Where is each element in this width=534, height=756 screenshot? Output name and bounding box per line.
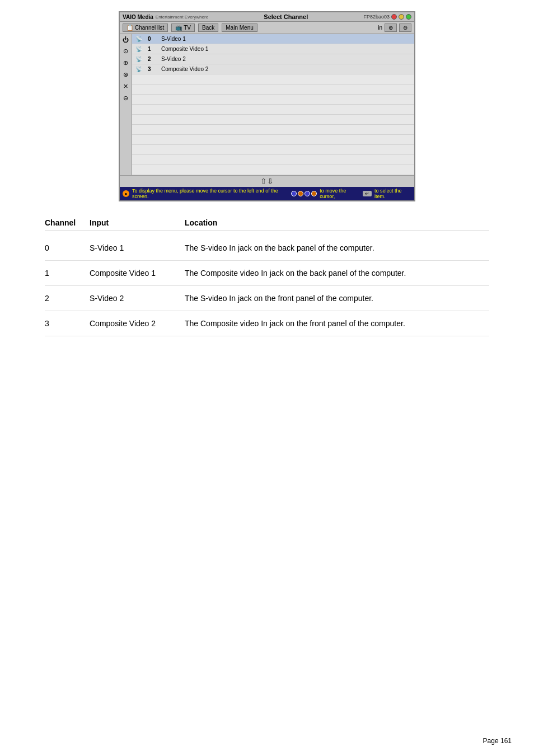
header-channel: Channel [45, 218, 90, 227]
tv-icon: 📺 [175, 25, 182, 31]
zoom-in-button[interactable]: ⊕ [385, 24, 397, 32]
close-btn-red[interactable] [391, 14, 397, 20]
ctrl-btn-orange2 [311, 191, 317, 196]
cell-channel-3: 3 [45, 319, 90, 328]
channel-name-1: Composite Video 1 [161, 46, 208, 52]
sidebar-icon-minus: ⊖ [123, 95, 128, 102]
header-input: Input [90, 218, 185, 227]
fp-label: FP82bao03 [363, 14, 390, 20]
main-menu-button[interactable]: Main Menu [222, 24, 257, 32]
back-label: Back [202, 25, 214, 31]
channel-empty-3 [132, 95, 414, 105]
tv-icon-button[interactable]: 📺 TV [171, 24, 195, 32]
cell-location-2: The S-video In jack on the front panel o… [185, 294, 489, 303]
tv-title-bar: VAIO Media Entertainment Everywhere Sele… [120, 12, 414, 22]
channel-list-label: Channel list [135, 25, 164, 31]
toolbar-controls: in ⊕ ⊖ [378, 24, 411, 32]
tv-toolbar: 📋 Channel list 📺 TV Back Main Menu in ⊕ … [120, 22, 414, 34]
cell-channel-2: 2 [45, 294, 90, 303]
minimize-btn-yellow[interactable] [399, 14, 404, 20]
channel-empty-10 [132, 165, 414, 175]
page-number: Page 161 [483, 737, 512, 745]
header-location: Location [185, 218, 489, 227]
channel-num-2: 2 [148, 56, 158, 62]
ctrl-btn-blue [291, 191, 297, 196]
table-section: Channel Input Location 0 S-Video 1 The S… [45, 218, 489, 336]
ctrl-btn-blue2 [305, 191, 310, 196]
tv-ui-box: VAIO Media Entertainment Everywhere Sele… [119, 11, 415, 201]
channel-icon-3: 📡 [135, 66, 144, 72]
channel-list-button[interactable]: 📋 Channel list [123, 24, 168, 32]
main-menu-label: Main Menu [226, 25, 253, 31]
vaio-subtitle: Entertainment Everywhere [156, 15, 208, 20]
channel-row-2[interactable]: 📡 2 S-Video 2 [132, 54, 414, 64]
sidebar-icon-remove: ⊗ [123, 71, 128, 78]
channel-name-0: S-Video 1 [161, 36, 186, 42]
channel-name-3: Composite Video 2 [161, 66, 208, 72]
tv-title-right: FP82bao03 [363, 14, 411, 20]
tv-title-left: VAIO Media Entertainment Everywhere [123, 14, 208, 20]
maximize-btn-green[interactable] [406, 14, 411, 20]
tv-status-bar: ● To display the menu, please move the c… [120, 187, 414, 200]
controller-icons [291, 191, 317, 196]
channel-empty-9 [132, 155, 414, 165]
sidebar-icon-power: ⏻ [123, 36, 129, 43]
tv-main-area: ⏻ ⊙ ⊕ ⊗ ✕ ⊖ 📡 0 S-Video 1 📡 1 Composite [120, 34, 414, 175]
cell-input-2: S-Video 2 [90, 294, 185, 303]
cell-input-1: Composite Video 1 [90, 269, 185, 278]
table-headers: Channel Input Location [45, 218, 489, 231]
table-row-2: 2 S-Video 2 The S-video In jack on the f… [45, 286, 489, 311]
tv-channel-list: 📡 0 S-Video 1 📡 1 Composite Video 1 📡 2 … [132, 34, 414, 175]
channel-icon-0: 📡 [135, 36, 144, 42]
channel-num-1: 1 [148, 46, 158, 52]
channel-list-icon: 📋 [127, 25, 133, 31]
channel-row-0[interactable]: 📡 0 S-Video 1 [132, 34, 414, 44]
channel-empty-2 [132, 84, 414, 95]
cell-location-1: The Composite video In jack on the back … [185, 269, 489, 278]
status-hint3: to select the item. [374, 188, 411, 199]
back-button[interactable]: Back [198, 24, 218, 32]
channel-empty-5 [132, 115, 414, 125]
tv-scroll-controls: ⇧⇩ [120, 175, 414, 187]
sidebar-icon-settings: ⊙ [123, 48, 128, 55]
cell-input-0: S-Video 1 [90, 243, 185, 252]
table-row-1: 1 Composite Video 1 The Composite video … [45, 261, 489, 286]
cell-location-0: The S-video In jack on the back panel of… [185, 243, 489, 252]
tv-title-center: Select Channel [264, 13, 308, 20]
controls-in-label: in [378, 25, 382, 31]
scroll-up-button[interactable]: ⇧⇩ [260, 177, 274, 186]
cell-channel-1: 1 [45, 269, 90, 278]
sidebar-icon-add: ⊕ [123, 59, 128, 67]
status-hint2: to move the cursor, [320, 188, 360, 199]
channel-empty-6 [132, 125, 414, 135]
channel-empty-7 [132, 135, 414, 145]
cell-channel-0: 0 [45, 243, 90, 252]
channel-num-3: 3 [148, 66, 158, 72]
ctrl-btn-orange [298, 191, 303, 196]
table-row-3: 3 Composite Video 2 The Composite video … [45, 311, 489, 336]
tv-label: TV [184, 25, 191, 31]
channel-icon-2: 📡 [135, 56, 144, 62]
vaio-logo: VAIO Media [123, 14, 153, 20]
zoom-out-button[interactable]: ⊖ [399, 24, 411, 32]
channel-row-1[interactable]: 📡 1 Composite Video 1 [132, 44, 414, 54]
channel-empty-8 [132, 145, 414, 155]
channel-empty-1 [132, 74, 414, 84]
status-icon: ● [123, 190, 129, 197]
channel-empty-4 [132, 105, 414, 115]
cell-input-3: Composite Video 2 [90, 319, 185, 328]
channel-name-2: S-Video 2 [161, 56, 186, 62]
status-hint1: To display the menu, please move the cur… [132, 188, 285, 199]
cell-location-3: The Composite video In jack on the front… [185, 319, 489, 328]
table-row-0: 0 S-Video 1 The S-video In jack on the b… [45, 236, 489, 261]
page-wrapper: VAIO Media Entertainment Everywhere Sele… [0, 0, 534, 756]
channel-row-3[interactable]: 📡 3 Composite Video 2 [132, 64, 414, 74]
channel-icon-1: 📡 [135, 46, 144, 52]
channel-num-0: 0 [148, 36, 158, 42]
enter-key-icon: ↵ [363, 191, 372, 196]
sidebar-icon-close: ✕ [123, 83, 128, 90]
tv-sidebar: ⏻ ⊙ ⊕ ⊗ ✕ ⊖ [120, 34, 132, 175]
